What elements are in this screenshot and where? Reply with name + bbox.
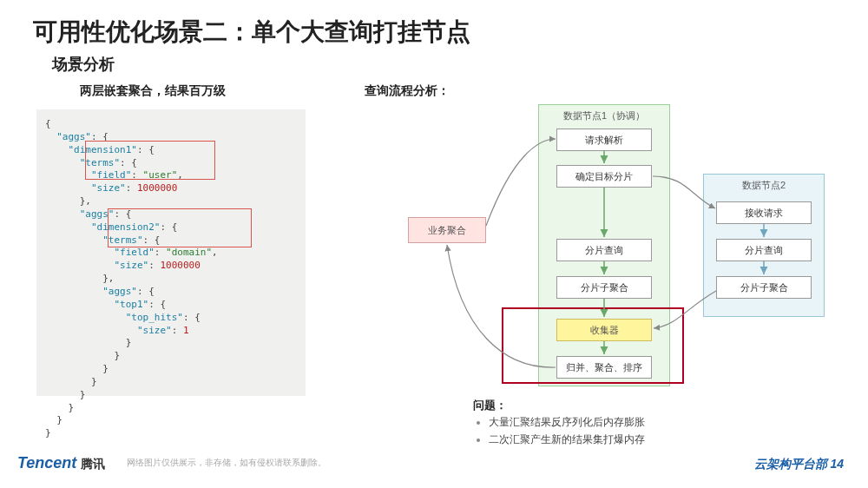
footer-right: 云架构平台部 14: [754, 457, 844, 472]
brand-en: Tencent: [17, 454, 76, 472]
code-line: }: [45, 376, 297, 389]
code-line: "size": 1000000: [45, 182, 297, 195]
problem-item: 大量汇聚结果反序列化后内存膨胀: [489, 415, 645, 430]
code-line: }: [45, 389, 297, 402]
code-line: "aggs": {: [45, 286, 297, 299]
node2-step-shard-subagg: 分片子聚合: [716, 276, 812, 299]
code-line: "top1": {: [45, 299, 297, 312]
node1-step-target-shard: 确定目标分片: [556, 165, 652, 188]
data-node-1-title: 数据节点1（协调）: [539, 109, 669, 122]
node2-step-receive: 接收请求: [716, 201, 812, 224]
code-line: {: [45, 118, 297, 131]
code-line: }: [45, 350, 297, 363]
code-line: },: [45, 273, 297, 286]
code-line: "top_hits": {: [45, 312, 297, 325]
right-caption: 查询流程分析：: [365, 83, 450, 99]
code-line: },: [45, 195, 297, 208]
section-heading: 场景分析: [52, 54, 115, 75]
code-line: "size": 1: [45, 325, 297, 338]
brand-cn: 腾讯: [81, 457, 105, 471]
left-caption: 两层嵌套聚合，结果百万级: [80, 83, 226, 99]
diagram-highlight-rect: [502, 307, 684, 384]
code-highlight-1: [85, 141, 215, 180]
biz-aggregate-box: 业务聚合: [408, 217, 486, 243]
node2-step-shard-query: 分片查询: [716, 239, 812, 261]
data-node-2-title: 数据节点2: [704, 179, 824, 192]
node1-step-request-parse: 请求解析: [556, 129, 652, 151]
node1-step-shard-subagg: 分片子聚合: [556, 276, 652, 299]
code-line: }: [45, 363, 297, 376]
code-line: "field": "domain",: [45, 247, 297, 260]
code-line: "size": 1000000: [45, 260, 297, 273]
code-line: }: [45, 402, 297, 415]
code-highlight-2: [108, 208, 252, 247]
slide-title: 可用性优化场景二：单个大查询打挂节点: [33, 16, 470, 49]
flow-diagram: 业务聚合 数据节点1（协调） 请求解析 确定目标分片 分片查询 分片子聚合 收集…: [408, 104, 842, 399]
watermark-text: 网络图片仅供展示，非存储，如有侵权请联系删除。: [127, 457, 326, 469]
problem-item: 二次汇聚产生新的结果集打爆内存: [489, 432, 645, 447]
problem-list: 大量汇聚结果反序列化后内存膨胀 二次汇聚产生新的结果集打爆内存: [473, 415, 645, 450]
footer-brand: Tencent 腾讯: [17, 454, 105, 472]
problem-label: 问题：: [473, 398, 507, 413]
code-line: }: [45, 337, 297, 350]
code-line: }: [45, 427, 297, 440]
code-line: }: [45, 414, 297, 427]
node1-step-shard-query: 分片查询: [556, 239, 652, 261]
